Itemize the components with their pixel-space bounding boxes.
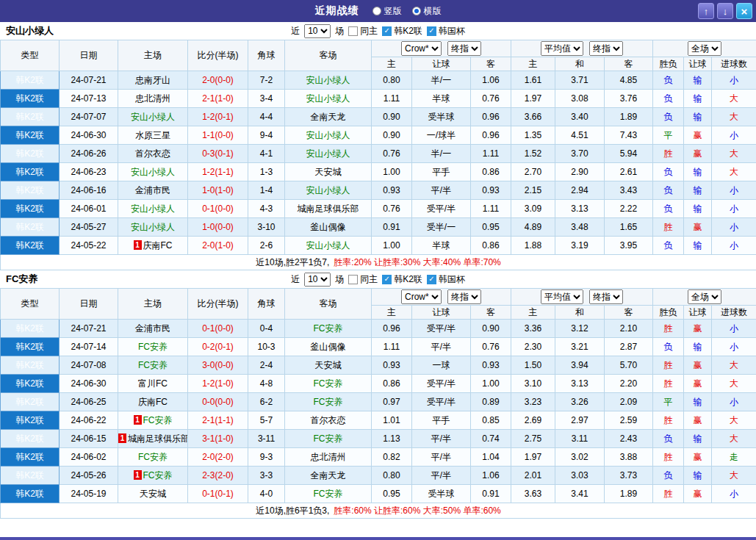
summary-stats: 近10场,胜6平1负3, [256, 505, 329, 516]
average-select[interactable]: 平均值 [541, 41, 583, 56]
header-avg-draw: 和 [555, 57, 605, 71]
radio-horizontal-layout[interactable]: 横版 [412, 5, 442, 18]
final-odds-select[interactable]: 终指 [447, 41, 481, 56]
result-goals-cell: 小 [712, 237, 756, 255]
odds-handicap-cell: 平手 [412, 163, 471, 181]
red-card-badge: 1 [134, 240, 142, 250]
checkbox-k2-league[interactable]: ✓韩K2联 [382, 273, 422, 286]
league-cell: 韩K2联 [1, 181, 60, 200]
checkbox-korean-cup[interactable]: ✓韩国杯 [427, 273, 465, 286]
result-handicap-cell: 赢 [684, 126, 712, 145]
away-team-cell: FC安养 [285, 320, 372, 338]
avg-draw-cell: 3.48 [555, 218, 605, 237]
checkbox-same-home[interactable]: 同主 [348, 273, 378, 286]
score-cell: 2-0(1-0) [188, 237, 248, 255]
odds-away-cell: 0.85 [471, 411, 511, 430]
close-icon: × [741, 5, 748, 18]
final-odds-select[interactable]: 终指 [447, 289, 481, 304]
checkbox-icon[interactable] [348, 26, 358, 36]
odds-home-cell: 0.96 [372, 320, 412, 338]
score-cell: 1-0(1-0) [188, 181, 248, 200]
checkbox-label: 同主 [360, 25, 378, 37]
home-team-cell: 1城南足球俱乐部 [118, 430, 188, 448]
bookmaker-select[interactable]: Crow* [401, 41, 442, 56]
team-name: 富川FC [138, 378, 168, 389]
checkbox-icon[interactable]: ✓ [382, 26, 392, 36]
avg-home-cell: 3.66 [511, 108, 555, 126]
team-name: 安山小绿人 [306, 185, 350, 195]
average-select[interactable]: 平均值 [541, 289, 583, 304]
date-cell: 24-06-22 [60, 411, 118, 430]
avg-home-cell: 2.69 [511, 411, 555, 430]
odds-away-cell: 0.90 [471, 320, 511, 338]
result-winlose-cell: 负 [653, 467, 684, 485]
team-name: FC安养 [314, 378, 343, 389]
match-count-select[interactable]: 10 [304, 273, 331, 287]
radio-icon[interactable] [412, 7, 421, 15]
corners-cell: 6-2 [248, 393, 285, 411]
result-goals-cell: 大 [712, 430, 756, 448]
result-winlose-cell: 胜 [653, 218, 684, 237]
avg-home-cell: 3.23 [511, 393, 555, 411]
league-cell: 韩K2联 [1, 448, 60, 467]
odds-home-cell: 1.01 [372, 411, 412, 430]
odds-handicap-cell: 受平/半 [412, 200, 471, 218]
checkbox-icon[interactable] [348, 275, 358, 284]
home-team-cell: FC安养 [118, 356, 188, 375]
date-cell: 24-06-30 [60, 126, 118, 145]
avg-away-cell: 1.89 [605, 485, 653, 503]
header-avg-home: 主 [511, 57, 555, 71]
avg-draw-cell: 3.21 [555, 338, 605, 356]
team-name: FC安养 [138, 452, 168, 462]
avg-home-cell: 1.61 [511, 71, 555, 90]
filter-games-label: 场 [335, 273, 344, 286]
checkbox-icon[interactable]: ✓ [427, 26, 436, 36]
odds-home-cell: 0.91 [372, 218, 412, 237]
match-count-select[interactable]: 10 [304, 24, 331, 38]
match-row: 韩K2联24-07-08FC安养3-0(0-0)2-4天安城0.93一球0.93… [1, 356, 756, 375]
close-button[interactable]: × [736, 3, 752, 19]
avg-draw-cell: 3.08 [555, 90, 605, 108]
avg-home-cell: 2.70 [511, 163, 555, 181]
result-winlose-cell: 负 [653, 430, 684, 448]
checkbox-icon[interactable]: ✓ [427, 275, 436, 284]
radio-icon[interactable] [372, 7, 381, 15]
header-group-result: 全场 [653, 289, 756, 306]
odds-home-cell: 0.80 [372, 467, 412, 485]
result-goals-cell: 小 [712, 393, 756, 411]
odds-away-cell: 0.76 [471, 90, 511, 108]
date-cell: 24-07-21 [60, 71, 118, 90]
result-winlose-cell: 负 [653, 90, 684, 108]
bookmaker-select[interactable]: Crow* [401, 289, 442, 304]
league-cell: 韩K2联 [1, 218, 60, 237]
header-group-bookmaker: Crow*终指 [372, 289, 511, 306]
checkbox-korean-cup[interactable]: ✓韩国杯 [427, 25, 465, 37]
header-avg-home: 主 [511, 306, 555, 320]
odds-handicap-cell: 受半球 [412, 485, 471, 503]
final-odds-select[interactable]: 终指 [589, 289, 623, 304]
full-match-select[interactable]: 全场 [688, 289, 721, 304]
result-handicap-cell: 赢 [684, 485, 712, 503]
home-team-cell: 1FC安养 [118, 411, 188, 430]
home-team-cell: 首尔衣恋 [118, 145, 188, 163]
full-match-select[interactable]: 全场 [688, 41, 721, 56]
final-odds-select[interactable]: 终指 [589, 41, 623, 56]
corners-cell: 4-1 [248, 145, 285, 163]
checkbox-same-home[interactable]: 同主 [348, 25, 378, 37]
checkbox-icon[interactable]: ✓ [382, 275, 392, 284]
result-handicap-cell: 赢 [684, 375, 712, 393]
match-row: 韩K2联24-06-30富川FC1-2(1-0)4-8FC安养0.86受平/半1… [1, 375, 756, 393]
odds-home-cell: 0.80 [372, 71, 412, 90]
move-up-button[interactable]: ↑ [698, 3, 714, 19]
home-team-cell: 1庆南FC [118, 237, 188, 255]
match-row: 韩K2联24-06-151城南足球俱乐部3-1(1-0)3-11FC安养1.13… [1, 430, 756, 448]
result-winlose-cell: 负 [653, 163, 684, 181]
avg-draw-cell: 3.02 [555, 448, 605, 467]
avg-away-cell: 2.61 [605, 163, 653, 181]
radio-vertical-layout[interactable]: 竖版 [372, 5, 402, 18]
score-cell: 2-3(2-0) [188, 467, 248, 485]
odds-home-cell: 1.11 [372, 90, 412, 108]
result-handicap-cell: 输 [684, 200, 712, 218]
checkbox-k2-league[interactable]: ✓韩K2联 [382, 25, 422, 37]
move-down-button[interactable]: ↓ [717, 3, 733, 19]
